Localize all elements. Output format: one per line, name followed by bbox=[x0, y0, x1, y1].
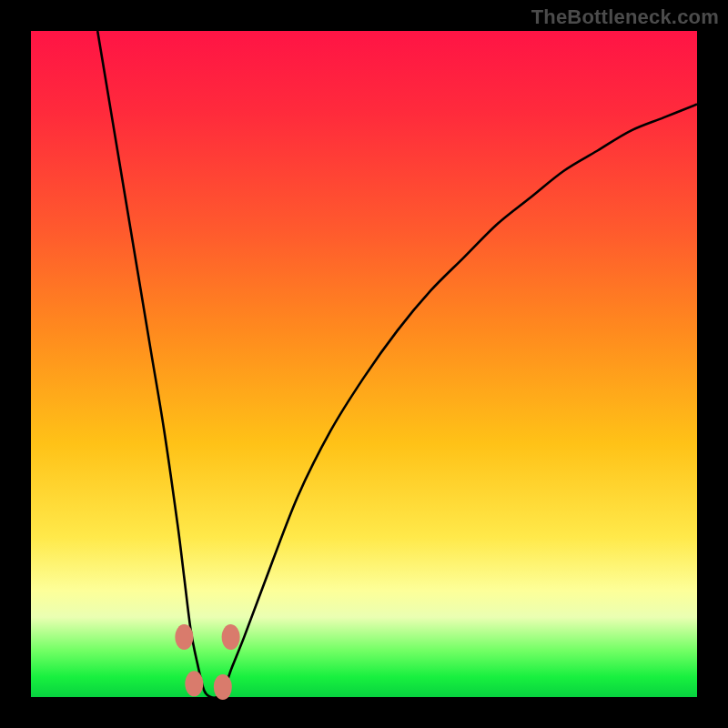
curve-marker bbox=[222, 624, 240, 650]
plot-area bbox=[31, 31, 697, 697]
curve-path bbox=[97, 31, 697, 698]
curve-marker bbox=[214, 674, 232, 700]
chart-frame: TheBottleneck.com bbox=[0, 0, 728, 728]
curve-marker bbox=[175, 624, 193, 650]
curve-marker bbox=[185, 671, 203, 696]
bottleneck-curve bbox=[31, 31, 697, 697]
watermark-text: TheBottleneck.com bbox=[531, 5, 719, 29]
curve-markers bbox=[175, 624, 239, 700]
